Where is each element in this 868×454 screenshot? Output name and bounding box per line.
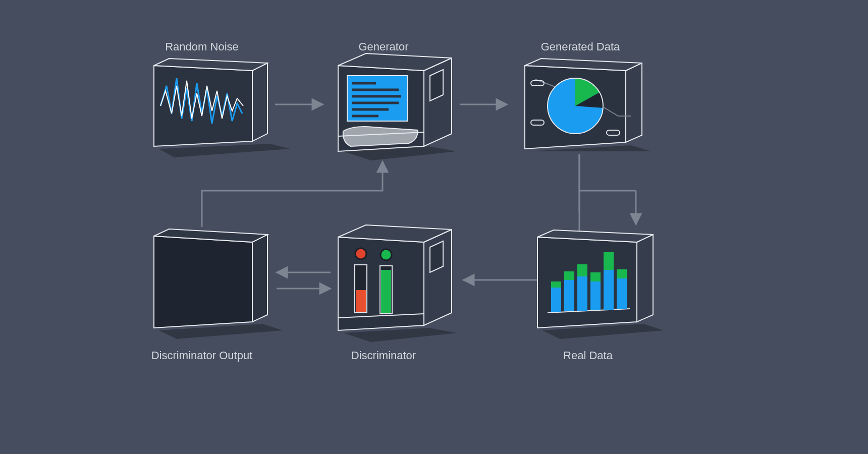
green-bar-icon [381,270,391,313]
svg-marker-6 [424,58,452,146]
random-noise-node: Random Noise [154,40,290,157]
svg-rect-52 [577,276,587,311]
svg-marker-2 [252,63,267,141]
svg-rect-49 [551,281,561,288]
svg-rect-53 [577,264,587,276]
discriminator-output-label: Discriminator Output [151,349,253,362]
discriminator-output-node: Discriminator Output [151,229,283,362]
gan-diagram: Random Noise Generator Generated Data [0,0,868,454]
orange-bar-icon [356,290,366,312]
svg-marker-18 [626,63,642,142]
svg-marker-41 [430,241,443,272]
real-data-node: Real Data [537,230,664,362]
real-data-label: Real Data [563,349,613,362]
discriminator-node: Discriminator [338,225,457,362]
generator-label: Generator [358,40,408,53]
arrow-output-to-generator [202,161,383,227]
red-led-icon [355,248,366,259]
svg-marker-33 [252,235,267,322]
green-led-icon [381,249,392,260]
random-noise-label: Random Noise [165,40,239,53]
svg-rect-51 [564,271,574,280]
paper-output-icon [343,127,418,146]
svg-marker-32 [154,236,252,328]
svg-rect-55 [590,272,601,281]
svg-marker-45 [637,235,653,322]
svg-marker-14 [430,70,443,101]
discriminator-label: Discriminator [351,349,416,362]
svg-marker-35 [343,328,457,342]
svg-rect-48 [551,288,561,312]
generated-data-node: Generated Data [525,40,651,159]
generator-node: Generator [338,40,457,160]
generated-data-label: Generated Data [541,40,620,53]
svg-rect-59 [617,269,627,278]
svg-rect-54 [590,281,601,310]
svg-rect-58 [617,278,627,309]
svg-rect-57 [604,252,614,270]
svg-marker-0 [159,144,290,157]
svg-rect-50 [564,280,574,311]
svg-rect-56 [604,270,614,310]
